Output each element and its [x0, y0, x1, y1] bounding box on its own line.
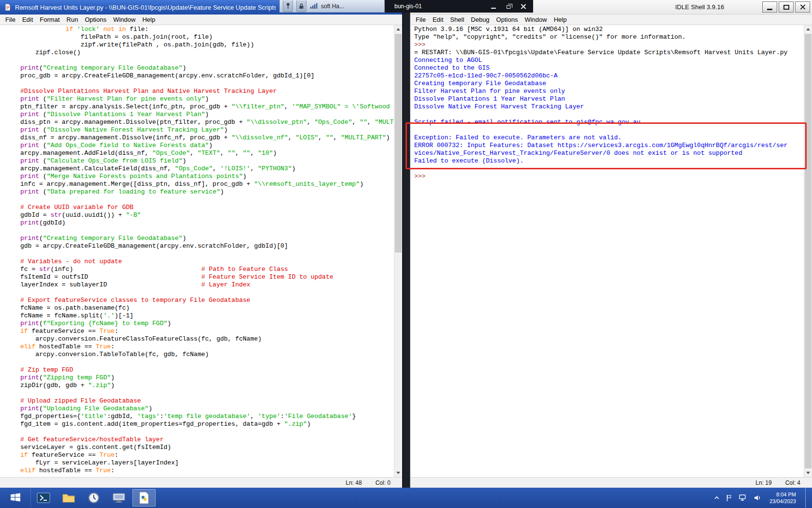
code-line: # Create UUID variable for GDB: [20, 204, 394, 211]
editor-menu-help[interactable]: Help: [139, 16, 159, 23]
shell-line: Dissolve Plantations 1 Year Harvest Plan: [414, 95, 804, 103]
editor-column-indicator: Col: 0: [376, 479, 391, 486]
shell-menu-file[interactable]: File: [412, 16, 429, 23]
taskbar-remote-desktop[interactable]: [107, 489, 130, 507]
shell-menu-shell[interactable]: Shell: [447, 16, 467, 23]
code-line: fcName = os.path.basename(fc): [20, 304, 394, 312]
idle-file-icon: [4, 3, 12, 11]
minimize-button[interactable]: [762, 1, 777, 13]
shell-line: Connecting to AGOL: [414, 57, 804, 64]
code-line: if 'lock' not in file:: [20, 26, 394, 33]
editor-menu-file[interactable]: File: [2, 16, 19, 23]
shell-line: [414, 126, 804, 134]
editor-menu-edit[interactable]: Edit: [19, 16, 36, 23]
close-button[interactable]: [795, 1, 810, 13]
close-icon: [521, 4, 526, 9]
code-line: diss_ptn = arcpy.management.Dissolve(ptn…: [20, 119, 394, 126]
scroll-down-arrow[interactable]: [804, 469, 812, 477]
scrollbar-thumb[interactable]: [805, 34, 812, 468]
shell-line: Type "help", "copyright", "credits" or "…: [414, 33, 804, 41]
shell-line: vices/Native_Forest_Harvest_Tracking/Fea…: [414, 149, 804, 157]
taskbar-clock-app[interactable]: [82, 489, 105, 507]
editor-menu-format[interactable]: Format: [36, 16, 63, 23]
pin-icon[interactable]: [283, 0, 293, 12]
code-line: print ("Data prepared for loading to fea…: [20, 188, 394, 196]
code-line: zipf.write(filePath , os.path.join(gdb, …: [20, 41, 394, 49]
editor-menu-options[interactable]: Options: [81, 16, 110, 23]
code-line: print ("Dissolve Native Forest Harvest T…: [20, 126, 394, 134]
code-line: arcpy.conversion.TableToTable(fc, gdb, f…: [20, 351, 394, 359]
editor-content-area[interactable]: if 'lock' not in file: filePath = os.pat…: [0, 25, 402, 477]
code-line: [20, 227, 394, 235]
shell-menu-help[interactable]: Help: [551, 16, 570, 23]
shell-scrollbar[interactable]: [804, 25, 812, 477]
flag-icon[interactable]: [726, 494, 733, 502]
code-line: [20, 250, 394, 258]
code-line: if featureService == True:: [20, 328, 394, 335]
scroll-up-arrow[interactable]: [394, 25, 402, 33]
scroll-down-arrow[interactable]: [394, 469, 402, 477]
code-line: infc = arcpy.management.Merge([diss_ptn,…: [20, 180, 394, 188]
shell-window-title: IDLE Shell 3.9.16: [675, 3, 724, 11]
shell-code[interactable]: Python 3.9.16 [MSC v.1931 64 bit (AMD64)…: [410, 26, 804, 477]
shell-content-area[interactable]: Python 3.9.16 [MSC v.1931 64 bit (AMD64)…: [410, 25, 812, 477]
shell-line: = RESTART: \\BUN-GIS-01\fpcgis\Update\Fe…: [414, 49, 804, 57]
show-desktop-button[interactable]: [805, 488, 810, 508]
shell-line: [414, 165, 804, 173]
shell-menubar: FileEditShellDebugOptionsWindowHelp: [410, 15, 812, 25]
rdp-restore-button[interactable]: [504, 2, 513, 11]
code-line: fc = str(infc) # Path to Feature Class: [20, 266, 394, 273]
rdp-controls: [489, 2, 528, 11]
code-line: fgd_properties={'title':gdbId, 'tags':'t…: [20, 413, 394, 420]
scrollbar-thumb[interactable]: [395, 34, 402, 253]
shell-caption-buttons: [762, 1, 810, 13]
code-line: print("Creating temporary File Geodataba…: [20, 235, 394, 242]
code-line: [20, 196, 394, 204]
tray-time: 8:04 PM: [769, 491, 796, 498]
shell-statusbar: Ln: 19 Col: 4: [410, 477, 812, 488]
code-line: [20, 428, 394, 436]
shell-line: Dissolve Native Forest Harvest Tracking …: [414, 103, 804, 111]
shell-column-indicator: Col: 4: [785, 479, 800, 486]
code-line: #Dissolve Plantations Harvest Plan and N…: [20, 88, 394, 95]
code-line: arcpy.management.CalculateField(diss_nf,…: [20, 165, 394, 173]
editor-statusbar: Ln: 48 Col: 0: [0, 477, 402, 488]
code-line: print(gdbId): [20, 219, 394, 227]
windows-logo-icon: [9, 492, 22, 504]
start-button[interactable]: [0, 488, 31, 508]
editor-scrollbar[interactable]: [394, 25, 402, 477]
shell-line: Python 3.9.16 [MSC v.1931 64 bit (AMD64)…: [414, 26, 804, 33]
rdp-bar-left-section: soft Ha...: [279, 0, 385, 13]
code-line: print(f"Exporting {fcName} to temp FGD"): [20, 320, 394, 328]
taskbar-python-idle[interactable]: [132, 489, 156, 507]
scroll-up-arrow[interactable]: [804, 25, 812, 33]
volume-icon[interactable]: [754, 494, 761, 501]
signal-strength-icon[interactable]: [310, 2, 318, 10]
hidden-icons-chevron-icon[interactable]: [714, 496, 720, 500]
editor-code[interactable]: if 'lock' not in file: filePath = os.pat…: [0, 26, 394, 477]
tray-date: 23/04/2023: [769, 498, 796, 505]
shell-menu-debug[interactable]: Debug: [467, 16, 493, 23]
rdp-bar-machine-section[interactable]: bun-gis-01: [385, 0, 533, 13]
shell-line-indicator: Ln: 19: [755, 479, 771, 486]
minimize-icon: [491, 8, 496, 9]
shell-line: Creating temporary File Geodatabase: [414, 80, 804, 88]
editor-menu-run[interactable]: Run: [63, 16, 82, 23]
network-icon[interactable]: [739, 494, 747, 501]
tray-clock[interactable]: 8:04 PM 23/04/2023: [768, 491, 796, 505]
editor-menu-window[interactable]: Window: [110, 16, 139, 23]
rdp-machine-name: bun-gis-01: [394, 3, 422, 10]
code-line: ptn_filter = arcpy.analysis.Select(infc_…: [20, 103, 394, 111]
code-line: serviceLayer = gis.content.get(fsItemId): [20, 444, 394, 451]
close-icon: [799, 4, 806, 10]
shell-line: Exception: Failed to execute. Parameters…: [414, 134, 804, 142]
code-line: elif hostedTable == True:: [20, 343, 394, 351]
rdp-minimize-button[interactable]: [489, 2, 498, 11]
maximize-button[interactable]: [779, 1, 794, 13]
taskbar-file-explorer[interactable]: [57, 489, 80, 507]
taskbar-powershell[interactable]: [32, 489, 55, 507]
shell-menu-options[interactable]: Options: [493, 16, 522, 23]
shell-menu-window[interactable]: Window: [521, 16, 550, 23]
rdp-close-button[interactable]: [519, 2, 528, 11]
shell-menu-edit[interactable]: Edit: [429, 16, 447, 23]
